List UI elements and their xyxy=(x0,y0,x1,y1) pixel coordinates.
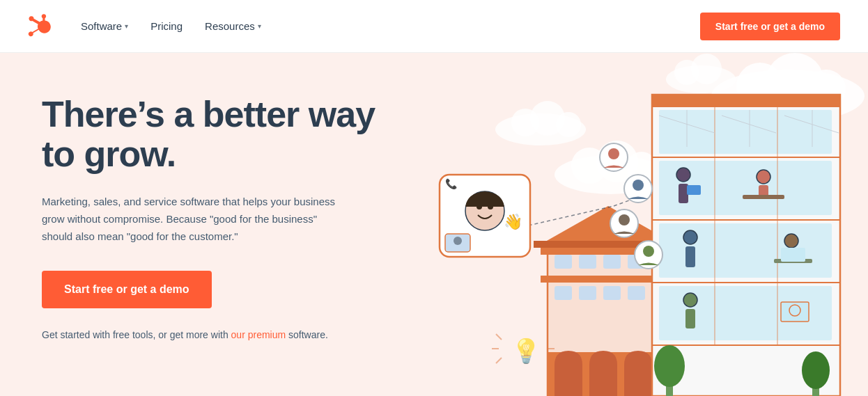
svg-rect-48 xyxy=(679,184,688,203)
svg-point-72 xyxy=(633,180,644,191)
svg-rect-22 xyxy=(555,286,572,300)
svg-point-50 xyxy=(757,170,770,184)
svg-rect-58 xyxy=(781,248,805,262)
svg-point-76 xyxy=(643,246,654,257)
svg-point-66 xyxy=(802,351,830,389)
svg-point-70 xyxy=(608,148,619,159)
lightbulb: 💡 xyxy=(492,334,555,365)
video-call-box: 👋 📞 xyxy=(440,175,530,257)
svg-rect-23 xyxy=(579,286,596,300)
svg-point-53 xyxy=(683,230,697,244)
svg-rect-54 xyxy=(685,246,695,267)
chevron-down-icon: ▾ xyxy=(125,22,128,30)
hero-subtext: Marketing, sales, and service software t… xyxy=(42,193,341,245)
software-nav-item[interactable]: Software ▾ xyxy=(71,15,138,38)
svg-rect-34 xyxy=(652,95,840,107)
svg-point-55 xyxy=(784,234,798,248)
svg-point-14 xyxy=(691,54,722,84)
premium-link[interactable]: our premium xyxy=(231,329,286,340)
nav-links: Software ▾ Pricing Resources ▾ xyxy=(71,15,700,38)
hubspot-logo[interactable] xyxy=(28,13,54,40)
svg-rect-35 xyxy=(659,110,832,154)
svg-rect-24 xyxy=(603,286,621,300)
navbar-cta-button[interactable]: Start free or get a demo xyxy=(700,13,840,40)
hero-content: There’s a better way to grow. Marketing,… xyxy=(42,95,383,342)
svg-point-47 xyxy=(676,168,690,182)
svg-rect-37 xyxy=(659,223,832,278)
svg-rect-52 xyxy=(743,195,784,199)
svg-line-89 xyxy=(496,358,502,363)
cloud-3 xyxy=(495,101,586,145)
hero-illustration: 👋 📞 💡 xyxy=(339,53,868,396)
svg-point-64 xyxy=(654,345,685,387)
svg-text:📞: 📞 xyxy=(445,178,458,190)
svg-rect-20 xyxy=(603,255,621,269)
hero-headline: There’s a better way to grow. xyxy=(42,95,383,174)
svg-point-59 xyxy=(683,293,697,307)
svg-rect-19 xyxy=(579,255,596,269)
resources-nav-item[interactable]: Resources ▾ xyxy=(195,15,271,38)
svg-text:👋: 👋 xyxy=(504,212,523,231)
hero-footer-text: Get started with free tools, or get more… xyxy=(42,328,383,342)
svg-point-83 xyxy=(454,237,462,245)
svg-text:💡: 💡 xyxy=(511,337,541,365)
cloud-4 xyxy=(666,54,736,93)
right-building xyxy=(652,95,840,396)
svg-point-11 xyxy=(556,112,581,137)
pricing-nav-item[interactable]: Pricing xyxy=(141,15,192,38)
svg-point-74 xyxy=(619,214,630,225)
navbar: Software ▾ Pricing Resources ▾ Start fre… xyxy=(0,0,868,53)
svg-rect-49 xyxy=(687,185,701,195)
svg-rect-60 xyxy=(685,309,695,328)
hero-cta-button[interactable]: Start free or get a demo xyxy=(42,271,212,308)
svg-rect-18 xyxy=(555,255,572,269)
hero-section: 👋 📞 💡 There’s a better way to grow. Mark xyxy=(0,53,868,396)
svg-rect-25 xyxy=(628,286,645,300)
chevron-down-icon-resources: ▾ xyxy=(258,22,261,30)
svg-line-88 xyxy=(496,334,502,340)
